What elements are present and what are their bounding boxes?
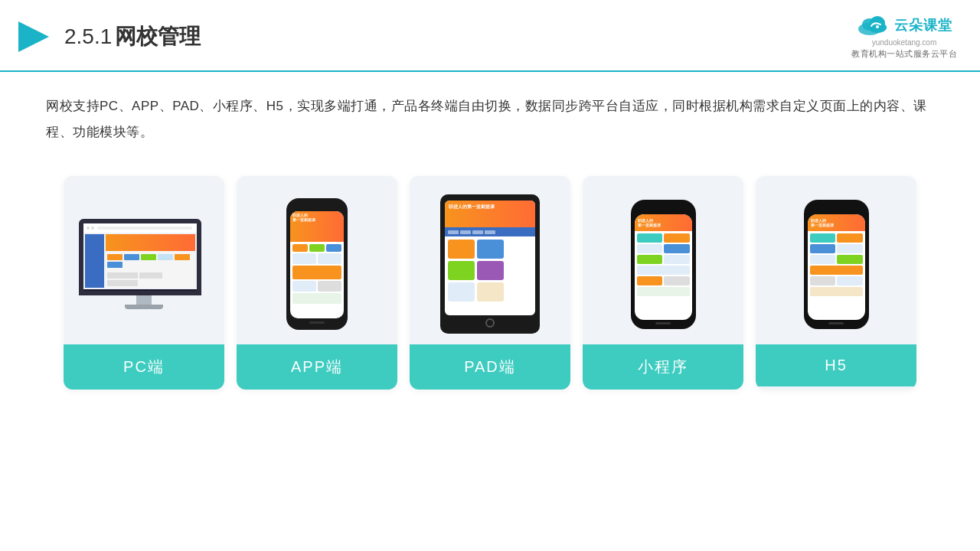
mini-block (810, 255, 836, 264)
phone-banner: 职进人的第一堂刷提课 (290, 211, 344, 242)
mini-block (810, 287, 863, 296)
content-block (124, 254, 139, 260)
mini-block (637, 244, 663, 253)
pc-monitor-mock (79, 219, 209, 309)
card-h5: 职进人的第一堂刷提课 (756, 176, 916, 390)
card-mini-label: 小程序 (583, 344, 743, 390)
mini-block (810, 276, 836, 285)
mini-phone-screen: 职进人的第一堂刷提课 (635, 214, 692, 320)
monitor-content-blocks (106, 253, 195, 269)
pad-tablet-mock: 职进人的第一堂刷提课 (440, 194, 540, 334)
mini-row (810, 255, 863, 264)
content-block (326, 244, 341, 252)
mini-block (664, 244, 690, 253)
content-block (158, 254, 173, 260)
card-app-image: 职进人的第一堂刷提课 (237, 176, 397, 344)
play-icon (15, 18, 52, 55)
card-app-label: APP端 (237, 344, 397, 390)
tablet-nav (445, 227, 535, 236)
h5-phone-mock: 职进人的第一堂刷提课 (804, 200, 869, 329)
mini-block (664, 233, 690, 243)
mini-phone-header: 职进人的第一堂刷提课 (635, 214, 692, 231)
content-block (175, 254, 190, 260)
mini-row (810, 287, 863, 296)
content-row (292, 266, 341, 279)
mini-block (810, 244, 836, 253)
content-block (139, 272, 162, 279)
content-block (292, 281, 316, 292)
cloud-icon (856, 14, 890, 37)
logo-url: yunduoketang.com (872, 38, 937, 47)
h5-phone-home (828, 322, 844, 324)
tablet-card (477, 282, 504, 302)
phone-outer: 职进人的第一堂刷提课 (286, 198, 348, 330)
phone-home-button (309, 321, 325, 324)
card-mini-image: 职进人的第一堂刷提课 (583, 176, 743, 344)
banner-text: 职进人的第一堂刷提课 (290, 211, 344, 223)
description-text: 网校支持PC、APP、PAD、小程序、H5，实现多端打通，产品各终端自由切换，数… (0, 72, 980, 153)
card-pad: 职进人的第一堂刷提课 (410, 176, 570, 390)
content-block (107, 262, 122, 268)
h5-header-text: 职进人的第一堂刷提课 (811, 218, 834, 227)
content-block (309, 244, 325, 252)
card-pad-image: 职进人的第一堂刷提课 (410, 176, 570, 344)
svg-point-5 (876, 25, 879, 28)
nav-dot (87, 227, 90, 230)
tablet-card (477, 240, 504, 259)
mini-block (664, 255, 690, 264)
mini-phone-body-h5 (808, 231, 865, 300)
nav-item (472, 230, 483, 234)
mini-row (810, 244, 863, 253)
card-pad-label: PAD端 (410, 344, 570, 390)
mini-row (810, 233, 863, 243)
content-block (292, 293, 341, 304)
monitor-stand (136, 295, 152, 305)
card-h5-label: H5 (756, 344, 916, 386)
content-block (318, 253, 341, 264)
mini-row (637, 233, 690, 243)
card-pc: PC端 (64, 176, 224, 390)
logo-cloud: 云朵课堂 (856, 14, 952, 37)
content-block (141, 254, 156, 260)
mini-row (637, 244, 690, 253)
tablet-banner-text: 职进人的第一堂刷提课 (445, 201, 535, 214)
phone-screen: 职进人的第一堂刷提课 (290, 211, 344, 318)
content-block (318, 281, 341, 292)
monitor-base (125, 305, 163, 309)
content-row (292, 281, 341, 292)
header-left: 2.5.1网校管理 (15, 18, 201, 55)
mini-phone-notch (652, 207, 674, 212)
mini-block (637, 287, 690, 296)
nav-bar (97, 227, 192, 230)
mini-row (637, 266, 690, 275)
content-block (107, 272, 138, 279)
mini-phone-mock: 职进人的第一堂刷提课 (631, 200, 696, 329)
mini-phone-body (635, 231, 692, 300)
mini-block (810, 266, 863, 275)
mini-block (837, 233, 863, 243)
cards-container: PC端 职进人的第一堂刷提课 (0, 153, 980, 412)
page-title: 2.5.1网校管理 (64, 22, 201, 51)
mini-phone-header-h5: 职进人的第一堂刷提课 (808, 214, 865, 231)
mini-block (837, 255, 863, 264)
mini-block (637, 266, 690, 275)
mini-block (810, 233, 836, 243)
tablet-outer: 职进人的第一堂刷提课 (440, 194, 540, 334)
content-block (107, 254, 122, 260)
nav-item (460, 230, 471, 234)
logo-brand-text: 云朵课堂 (894, 16, 952, 34)
logo-area: 云朵课堂 yunduoketang.com 教育机构一站式服务云平台 (851, 14, 957, 60)
mini-row (637, 276, 690, 285)
tablet-card (477, 261, 504, 280)
content-row (292, 244, 341, 252)
mini-block (637, 255, 663, 264)
mini-block (837, 276, 863, 285)
tablet-card (448, 282, 475, 302)
content-block (107, 280, 138, 286)
content-block (292, 244, 308, 252)
mini-block (637, 276, 663, 285)
nav-item (448, 230, 459, 234)
content-block (292, 266, 341, 279)
mini-phone-outer: 职进人的第一堂刷提课 (631, 200, 696, 329)
mini-phone-outer-h5: 职进人的第一堂刷提课 (804, 200, 869, 329)
